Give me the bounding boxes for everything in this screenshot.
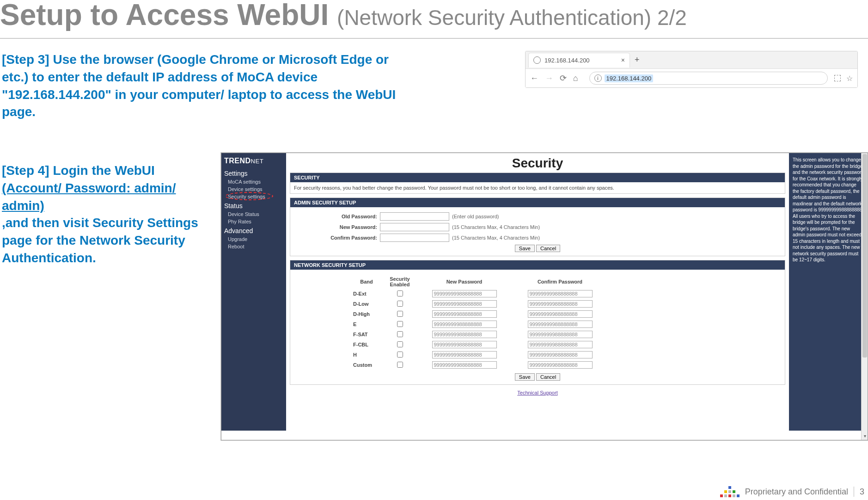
security-checkbox[interactable]: [397, 362, 403, 368]
band-cell: Custom: [350, 360, 383, 370]
table-row: D-Low: [350, 299, 607, 309]
sidebar-item-security[interactable]: Security settings: [221, 193, 286, 200]
webui-help-panel: This screen allows you to change the adm…: [789, 153, 868, 431]
panel-network-head: NETWORK SECURITY SETUP: [290, 260, 785, 270]
new-password-cell-input[interactable]: [432, 361, 497, 369]
brand-trend: TREND: [224, 157, 251, 165]
new-password-cell-input[interactable]: [432, 331, 497, 338]
browser-window: 192.168.144.200 × + ← → ⟳ ⌂ i 192.168.14…: [525, 51, 858, 88]
col-band: Band: [350, 275, 383, 288]
table-row: F-SAT: [350, 330, 607, 339]
sidebar-item-device[interactable]: Device settings: [221, 185, 286, 193]
security-checkbox[interactable]: [397, 311, 403, 317]
new-password-cell-input[interactable]: [432, 300, 497, 308]
reload-icon[interactable]: ⟳: [560, 73, 567, 83]
sidebar-item-upgrade[interactable]: Upgrade: [221, 235, 286, 243]
step4-line2: (Account/ Password: admin/ admin): [2, 179, 219, 215]
confirm-password-hint: (15 Characters Max, 4 Characters Min): [452, 235, 540, 241]
security-checkbox[interactable]: [397, 301, 403, 307]
sidebar-head-settings: Settings: [221, 168, 286, 178]
scrollbar-thumb[interactable]: [862, 154, 867, 358]
webui-page-title: Security: [286, 153, 789, 173]
new-tab-button[interactable]: +: [635, 55, 640, 65]
confirm-password-cell-input[interactable]: [528, 361, 593, 369]
table-row: F-CBL: [350, 340, 607, 349]
panel-security: SECURITY For security reasons, you had b…: [290, 173, 785, 194]
panel-network: NETWORK SECURITY SETUP Band Security Ena…: [290, 260, 785, 385]
title-divider: [0, 38, 868, 39]
security-checkbox[interactable]: [397, 341, 403, 347]
security-checkbox[interactable]: [397, 331, 403, 337]
sidebar-item-moca[interactable]: MoCA settings: [221, 178, 286, 185]
bookmark-icon[interactable]: ☆: [846, 74, 853, 83]
sidebar-head-advanced: Advanced: [221, 225, 286, 235]
network-save-button[interactable]: Save: [515, 373, 535, 381]
brand-logo: TRENDNET: [221, 155, 286, 168]
security-checkbox[interactable]: [397, 290, 403, 296]
sidebar-item-reboot[interactable]: Reboot: [221, 243, 286, 250]
browser-nav-icons: ← → ⟳ ⌂: [530, 73, 583, 83]
home-icon[interactable]: ⌂: [573, 74, 578, 83]
new-password-input[interactable]: [380, 223, 449, 231]
webui-scrollbar[interactable]: ▾: [861, 153, 868, 440]
col-sec: Security Enabled: [384, 275, 416, 288]
band-cell: F-CBL: [350, 340, 383, 349]
admin-save-button[interactable]: Save: [515, 245, 535, 252]
footer-divider: [854, 487, 854, 497]
admin-cancel-button[interactable]: Cancel: [536, 245, 560, 252]
table-row: H: [350, 350, 607, 359]
new-password-cell-input[interactable]: [432, 290, 497, 297]
footer: Proprietary and Confidential 3: [720, 486, 864, 497]
browser-tab[interactable]: 192.168.144.200 ×: [528, 53, 630, 68]
new-password-cell-input[interactable]: [432, 310, 497, 318]
address-bar[interactable]: i 192.168.144.200: [589, 72, 828, 85]
scrollbar-down-icon[interactable]: ▾: [862, 433, 868, 440]
step3-text: [Step 3] Use the browser (Google Chrome …: [2, 51, 399, 121]
network-cancel-button[interactable]: Cancel: [536, 373, 560, 381]
sidebar-item-phy[interactable]: Phy Rates: [221, 218, 286, 225]
security-checkbox[interactable]: [397, 321, 403, 327]
sidebar-item-devicestatus[interactable]: Device Status: [221, 210, 286, 218]
webui-main: Security SECURITY For security reasons, …: [286, 153, 789, 431]
globe-icon: [533, 56, 541, 64]
page-number: 3: [860, 487, 864, 497]
security-checkbox[interactable]: [397, 352, 403, 358]
webui-sidebar: TRENDNET Settings MoCA settings Device s…: [221, 153, 286, 431]
table-row: D-High: [350, 309, 607, 319]
col-cp: Confirm Password: [513, 275, 607, 288]
webui-window: TRENDNET Settings MoCA settings Device s…: [221, 153, 868, 440]
confirm-password-cell-input[interactable]: [528, 321, 593, 328]
new-password-cell-input[interactable]: [432, 351, 497, 358]
confirm-password-cell-input[interactable]: [528, 290, 593, 297]
confirm-password-cell-input[interactable]: [528, 300, 593, 308]
back-icon[interactable]: ←: [530, 74, 538, 83]
new-password-cell-input[interactable]: [432, 321, 497, 328]
confirm-password-cell-input[interactable]: [528, 341, 593, 348]
qr-icon[interactable]: [834, 75, 841, 81]
panel-security-head: SECURITY: [290, 173, 785, 182]
info-icon[interactable]: i: [594, 74, 602, 82]
table-row: E: [350, 320, 607, 329]
forward-icon[interactable]: →: [545, 74, 553, 83]
old-password-input[interactable]: [380, 212, 449, 221]
sidebar-item-security-label: Security settings: [228, 194, 265, 199]
confirm-password-cell-input[interactable]: [528, 310, 593, 318]
panel-admin: ADMIN SECURITY SETUP Old Password: (Ente…: [290, 198, 785, 256]
new-password-hint: (15 Characters Max, 4 Characters Min): [452, 224, 540, 230]
band-cell: E: [350, 320, 383, 329]
browser-tab-title: 192.168.144.200: [544, 57, 617, 64]
confirm-password-input[interactable]: [380, 234, 449, 242]
new-password-cell-input[interactable]: [432, 341, 497, 348]
brand-net: NET: [251, 158, 264, 165]
network-table: Band Security Enabled New Password Confi…: [349, 274, 608, 370]
col-np: New Password: [417, 275, 512, 288]
browser-toolbar: ← → ⟳ ⌂ i 192.168.144.200 ☆: [526, 69, 857, 87]
old-password-label: Old Password:: [294, 214, 377, 219]
confirm-password-cell-input[interactable]: [528, 351, 593, 358]
close-icon[interactable]: ×: [621, 56, 625, 64]
confirm-password-cell-input[interactable]: [528, 331, 593, 338]
table-row: Custom: [350, 360, 607, 370]
panel-security-body: For security reasons, you had better cha…: [290, 182, 785, 193]
panel-admin-head: ADMIN SECURITY SETUP: [290, 198, 785, 207]
technical-support-link[interactable]: Technical Support: [286, 389, 789, 397]
